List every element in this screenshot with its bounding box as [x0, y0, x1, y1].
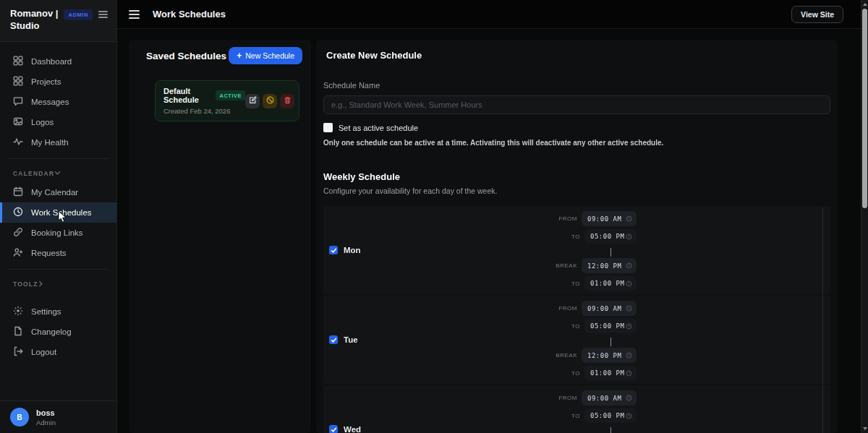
- active-status-badge: ACTIVE: [216, 90, 245, 100]
- logo-line2: Studio: [10, 20, 39, 31]
- sidebar-item-logos[interactable]: Logos: [0, 112, 116, 132]
- sidebar-divider: [7, 158, 109, 159]
- grid-icon: [13, 76, 23, 87]
- deactivate-ban-button[interactable]: [263, 94, 277, 108]
- sidebar-item-label: Work Schedules: [31, 208, 92, 217]
- rows-right-divider: [822, 207, 823, 433]
- time-input-from[interactable]: 09:00 AM: [582, 211, 637, 226]
- segment-separator: [610, 426, 612, 433]
- sidebar-item-work-schedules[interactable]: Work Schedules: [0, 202, 116, 223]
- to-label: TO: [547, 280, 580, 287]
- checkbox-checked-icon[interactable]: [329, 335, 338, 344]
- sidebar-item-settings[interactable]: Settings: [0, 301, 116, 322]
- time-input-break-from[interactable]: 12:00 PM: [582, 258, 637, 273]
- new-schedule-button-label: New Schedule: [245, 51, 294, 60]
- file-icon: [13, 326, 23, 338]
- hamburger-menu-icon[interactable]: [129, 10, 140, 19]
- sidebar-divider: [7, 269, 109, 270]
- sidebar-item-dashboard[interactable]: Dashboard: [0, 51, 116, 72]
- sidebar-item-requests[interactable]: Requests: [0, 243, 116, 263]
- time-input-break-to[interactable]: 01:00 PM: [584, 276, 637, 291]
- scrollbar-thumb[interactable]: [862, 9, 867, 208]
- schedule-name-input[interactable]: [323, 95, 830, 114]
- user-name: boss: [36, 408, 56, 417]
- topbar: Work Schedules View Site: [117, 0, 868, 29]
- sidebar-item-projects[interactable]: Projects: [0, 72, 116, 92]
- from-label: FROM: [544, 395, 577, 401]
- gear-icon: [13, 306, 23, 317]
- from-label: FROM: [544, 215, 577, 222]
- sidebar-item-label: Logout: [31, 348, 56, 356]
- set-active-checkbox[interactable]: [323, 123, 333, 132]
- segment-separator: [610, 247, 612, 257]
- edit-schedule-button[interactable]: [245, 94, 260, 108]
- time-input-break-from[interactable]: 12:00 PM: [582, 348, 637, 363]
- sidebar-item-booking-links[interactable]: Booking Links: [0, 223, 116, 243]
- ban-icon: [266, 95, 274, 106]
- sidebar-item-label: Changelog: [31, 327, 72, 336]
- day-label: Tue: [344, 335, 358, 344]
- scrollbar-down-arrow[interactable]: [863, 427, 867, 430]
- logout-icon: [13, 346, 23, 358]
- calendar-icon: [13, 187, 23, 198]
- sidebar-item-label: Settings: [31, 307, 61, 316]
- delete-schedule-button[interactable]: [280, 94, 294, 108]
- image-icon: [13, 116, 23, 128]
- saved-schedules-heading: Saved Schedules: [146, 51, 226, 61]
- time-input-break-to[interactable]: 01:00 PM: [584, 366, 637, 380]
- active-schedule-note: Only one schedule can be active at a tim…: [323, 139, 830, 147]
- trash-icon: [284, 95, 292, 106]
- time-input-to[interactable]: 05:00 PM: [584, 229, 637, 244]
- sidebar: Romanov |Studio ADMIN Dashboard Projects…: [0, 0, 117, 433]
- time-input-from[interactable]: 09:00 AM: [582, 301, 637, 316]
- sidebar-item-my-health[interactable]: My Health: [0, 132, 116, 153]
- time-input-to[interactable]: 05:00 PM: [584, 319, 637, 333]
- to-label: TO: [547, 323, 580, 330]
- to-label: TO: [547, 233, 580, 240]
- checkbox-checked-icon[interactable]: [329, 246, 338, 254]
- edit-pencil-icon: [249, 95, 257, 106]
- time-input-to[interactable]: 05:00 PM: [584, 408, 637, 423]
- sidebar-item-label: My Calendar: [31, 188, 78, 197]
- section-toolz[interactable]: TOOLZ: [0, 275, 116, 293]
- app-logo: Romanov |Studio: [10, 7, 58, 32]
- logo-line1: Romanov |: [10, 8, 58, 19]
- sidebar-item-label: Booking Links: [31, 228, 83, 237]
- checkbox-checked-icon[interactable]: [329, 425, 338, 433]
- scrollbar-up-arrow[interactable]: [863, 3, 867, 6]
- section-calendar[interactable]: CALENDAR: [0, 165, 116, 182]
- break-label: BREAK: [544, 262, 577, 269]
- grid-icon: [13, 56, 23, 67]
- plus-icon: +: [237, 53, 242, 59]
- to-label: TO: [547, 370, 580, 377]
- sidebar-item-label: Dashboard: [31, 57, 72, 66]
- section-calendar-label: CALENDAR: [13, 170, 54, 177]
- from-label: FROM: [544, 305, 577, 312]
- set-active-label: Set as active schedule: [339, 124, 418, 132]
- sidebar-item-label: My Health: [31, 138, 69, 147]
- sidebar-user: B boss Admin: [0, 400, 116, 433]
- activity-icon: [13, 137, 23, 148]
- schedule-card: Default Schedule ACTIVE Created Feb 24, …: [155, 80, 299, 121]
- sidebar-item-my-calendar[interactable]: My Calendar: [0, 182, 116, 202]
- sidebar-item-changelog[interactable]: Changelog: [0, 322, 116, 342]
- to-label: TO: [547, 413, 580, 419]
- day-checkbox[interactable]: Tue: [329, 335, 358, 344]
- sidebar-collapse-icon[interactable]: [98, 11, 108, 18]
- user-plus-icon: [13, 247, 23, 259]
- chat-icon: [13, 96, 23, 108]
- saved-schedules-panel: Saved Schedules + New Schedule Default S…: [129, 40, 311, 433]
- sidebar-item-messages[interactable]: Messages: [0, 92, 116, 112]
- clock-icon: [13, 207, 23, 218]
- sidebar-item-logout[interactable]: Logout: [0, 342, 116, 362]
- chevron-down-icon: [54, 170, 61, 177]
- day-checkbox[interactable]: Mon: [329, 246, 361, 254]
- schedule-card-created: Created Feb 24, 2026: [163, 107, 245, 115]
- sidebar-nav: Dashboard Projects Messages Logos My Hea…: [0, 42, 116, 433]
- weekly-schedule-subtitle: Configure your availability for each day…: [323, 187, 830, 195]
- day-checkbox[interactable]: Wed: [329, 425, 361, 433]
- view-site-button[interactable]: View Site: [791, 6, 843, 23]
- new-schedule-button[interactable]: + New Schedule: [229, 47, 302, 64]
- time-input-from[interactable]: 09:00 AM: [582, 390, 637, 406]
- avatar: B: [10, 408, 29, 426]
